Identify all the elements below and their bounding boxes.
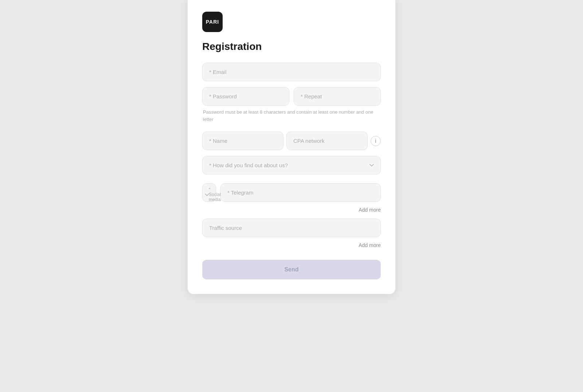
logo-wrapper: PARI xyxy=(202,12,381,32)
page-title: Registration xyxy=(202,41,381,52)
cpa-field[interactable] xyxy=(286,132,368,150)
traffic-section xyxy=(202,219,381,237)
how-section: * How did you find out about us? Search … xyxy=(202,156,381,175)
page-wrapper: PARI Registration Password must be at le… xyxy=(0,0,583,392)
email-field[interactable] xyxy=(202,63,381,81)
cpa-info-icon[interactable]: i xyxy=(371,136,381,146)
password-hint: Password must be at least 8 characters a… xyxy=(202,109,381,123)
password-section: Password must be at least 8 characters a… xyxy=(202,87,381,126)
traffic-add-more[interactable]: Add more xyxy=(202,242,381,248)
name-field[interactable] xyxy=(202,132,283,150)
logo-text: PARI xyxy=(206,19,219,25)
social-media-select[interactable]: Telegram Instagram Facebook Twitter VK xyxy=(202,183,216,202)
telegram-handle-field[interactable] xyxy=(220,183,381,202)
traffic-source-field[interactable] xyxy=(202,219,381,237)
password-field[interactable] xyxy=(202,87,289,106)
social-select-wrapper: * Social media Telegram Instagram Facebo… xyxy=(202,183,216,202)
social-add-more[interactable]: Add more xyxy=(202,207,381,213)
repeat-password-field[interactable] xyxy=(294,87,381,106)
email-section xyxy=(202,63,381,81)
name-cpa-section: i xyxy=(202,132,381,150)
social-row: * Social media Telegram Instagram Facebo… xyxy=(202,183,381,202)
how-select[interactable]: * How did you find out about us? Search … xyxy=(202,156,381,175)
password-row xyxy=(202,87,381,106)
send-button[interactable]: Send xyxy=(202,260,381,279)
social-section: * Social media Telegram Instagram Facebo… xyxy=(202,183,381,202)
logo: PARI xyxy=(202,12,223,32)
name-cpa-row: i xyxy=(202,132,381,150)
registration-form: PARI Registration Password must be at le… xyxy=(188,0,395,294)
